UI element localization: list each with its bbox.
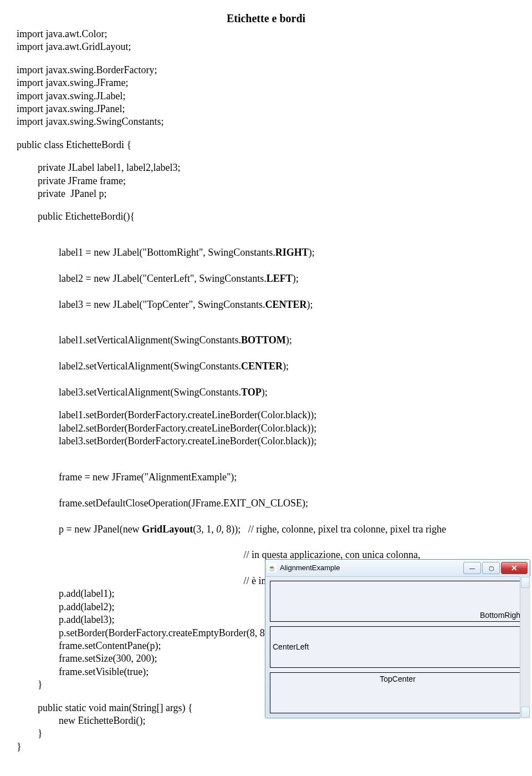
code-class-decl: public class EtichetteBordi { bbox=[17, 139, 515, 151]
scrollbar[interactable] bbox=[520, 576, 530, 718]
code-imports-2: import javax.swing.BorderFactory; import… bbox=[17, 64, 515, 129]
label-bottom-right: BottomRight bbox=[270, 581, 525, 622]
maximize-button[interactable]: ▢ bbox=[482, 562, 500, 574]
window-client: BottomRight CenterLeft TopCenter bbox=[270, 581, 525, 713]
code-close-class: } bbox=[17, 741, 515, 753]
label-top-center: TopCenter bbox=[270, 672, 525, 713]
minimize-button[interactable]: — bbox=[463, 562, 481, 574]
example-window: ☕ AlignmentExample — ▢ ✕ BottomRight Cen… bbox=[265, 559, 530, 718]
code-borders: label1.setBorder(BorderFactory.createLin… bbox=[59, 409, 515, 448]
code-labels-init: label1 = new JLabel("BottomRight", Swing… bbox=[59, 234, 515, 311]
code-imports-1: import java.awt.Color; import java.awt.G… bbox=[17, 28, 515, 54]
scrollbar-down-icon[interactable] bbox=[521, 707, 530, 718]
scrollbar-up-icon[interactable] bbox=[521, 577, 530, 588]
code-ctor-decl: public EtichetteBordi(){ bbox=[38, 210, 515, 223]
page-title: Etichette e bordi bbox=[17, 11, 515, 26]
code-close-main: } bbox=[38, 727, 515, 740]
close-button[interactable]: ✕ bbox=[501, 562, 528, 574]
code-fields: private JLabel label1, label2,label3; pr… bbox=[38, 161, 515, 200]
java-icon: ☕ bbox=[268, 564, 277, 572]
window-title: AlignmentExample bbox=[280, 564, 463, 573]
window-titlebar[interactable]: ☕ AlignmentExample — ▢ ✕ bbox=[265, 560, 530, 577]
label-center-left: CenterLeft bbox=[270, 626, 525, 667]
code-valign: label1.setVerticalAlignment(SwingConstan… bbox=[59, 321, 515, 399]
